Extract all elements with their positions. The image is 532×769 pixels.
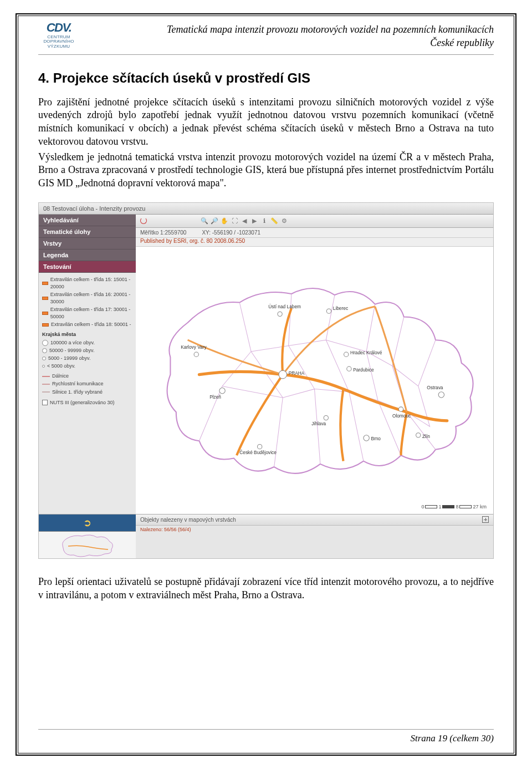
svg-text:Ostrava: Ostrava — [427, 384, 443, 390]
svg-text:Zlín: Zlín — [422, 434, 430, 439]
sidebar-item-themes[interactable]: Tematické úlohy — [39, 226, 136, 238]
zoom-out-icon[interactable]: 🔎 — [210, 216, 219, 225]
legend-road-3: Silnice 1. třídy vybrané — [52, 389, 103, 396]
next-icon[interactable]: ▶ — [250, 216, 259, 225]
map-svg: PRAHA Brno Ostrava Plzeň Karlovy Vary Ús… — [136, 247, 493, 514]
logo-caption: CENTRUM DOPRAVNÍHO VÝZKUMU — [43, 35, 74, 49]
legend-line-1: Extravilán celkem - třída 15: 15001 - 20… — [50, 276, 132, 291]
svg-point-22 — [398, 407, 403, 411]
svg-text:České Budějovice: České Budějovice — [239, 450, 277, 455]
document-title: Tematická mapa intenzit provozu motorový… — [87, 21, 494, 50]
map-scale: Měřítko 1:2559700 — [140, 230, 186, 236]
svg-point-16 — [347, 366, 351, 371]
pan-icon[interactable]: ✋ — [220, 216, 229, 225]
page-footer: Strana 19 (celkem 30) — [38, 729, 494, 744]
svg-text:Pardubice: Pardubice — [353, 367, 374, 373]
map-scalebar: 0 1 8 27 km — [421, 504, 487, 510]
reload-icon[interactable] — [139, 216, 148, 225]
map-coords: XY: -556190 / -1023071 — [202, 230, 260, 236]
legend-checkbox-nuts[interactable]: NUTS III (generalizováno 30) — [42, 399, 132, 406]
svg-point-18 — [324, 415, 328, 420]
page-header: CDV. CENTRUM DOPRAVNÍHO VÝZKUMU Tematick… — [38, 21, 494, 55]
measure-icon[interactable]: 📏 — [270, 216, 279, 225]
sidebar-item-layers[interactable]: Vrstvy — [39, 238, 136, 249]
gis-sidebar: Vyhledávání Tematické úlohy Vrstvy Legen… — [39, 215, 136, 514]
svg-text:PRAHA: PRAHA — [289, 370, 305, 375]
arrow-icon[interactable]: ➲ — [39, 515, 136, 532]
prev-icon[interactable]: ◀ — [240, 216, 249, 225]
legend-line-4: Extravilán celkem - třída 18: 50001 - — [51, 321, 131, 328]
paragraph-1: Pro zajištění jednotné projekce sčítacíc… — [38, 96, 494, 149]
legend-city-1: 100000 a více obyv. — [50, 339, 95, 347]
sidebar-item-search[interactable]: Vyhledávání — [39, 215, 136, 226]
svg-point-14 — [344, 352, 349, 357]
gis-window-title: 08 Testovací úloha - Intenzity provozu — [39, 203, 493, 215]
gis-map-canvas[interactable]: PRAHA Brno Ostrava Plzeň Karlovy Vary Ús… — [136, 247, 493, 514]
legend-city-4: < 5000 obyv. — [47, 363, 75, 370]
legend-road-2: Rychlostní komunikace — [52, 380, 104, 388]
svg-point-8 — [194, 352, 198, 357]
sidebar-item-legend[interactable]: Legenda — [39, 249, 136, 261]
gis-infobar: Měřítko 1:2559700 XY: -556190 / -1023071 — [136, 228, 493, 238]
expand-icon[interactable] — [482, 516, 489, 523]
svg-text:Liberec: Liberec — [333, 305, 348, 311]
svg-point-4 — [438, 392, 444, 398]
extent-icon[interactable]: ⛶ — [230, 216, 239, 225]
svg-text:Olomouc: Olomouc — [392, 412, 411, 418]
gis-toolbar: 🔍 🔎 ✋ ⛶ ◀ ▶ ℹ 📏 ⚙ — [136, 215, 493, 228]
legend-line-3: Extravilán celkem - třída 17: 30001 - 50… — [50, 306, 132, 320]
paragraph-2: Výsledkem je jednotná tematická vrstva i… — [38, 151, 494, 190]
legend-panel: Extravilán celkem - třída 15: 15001 - 20… — [39, 273, 136, 514]
svg-text:Ústí nad Labem: Ústí nad Labem — [268, 304, 301, 309]
section-heading: 4. Projekce sčítacích úseků v prostředí … — [38, 70, 494, 86]
page-number: Strana 19 (celkem 30) — [410, 733, 494, 743]
paragraph-3: Pro lepší orientaci uživatelů se postupn… — [38, 576, 494, 602]
gis-screenshot: 08 Testovací úloha - Intenzity provozu V… — [38, 202, 494, 559]
logo: CDV. CENTRUM DOPRAVNÍHO VÝZKUMU — [38, 21, 79, 49]
legend-road-1: Dálnice — [52, 373, 69, 380]
results-count: Nalezeno: 56/56 (56/4) — [136, 526, 493, 533]
svg-text:Brno: Brno — [371, 436, 381, 441]
tool-icon[interactable]: ⚙ — [280, 216, 289, 225]
svg-text:Karlovy Vary: Karlovy Vary — [181, 344, 207, 350]
svg-text:Hradec Králové: Hradec Králové — [350, 350, 382, 355]
svg-point-20 — [258, 444, 262, 449]
legend-city-2: 50000 - 99999 obyv. — [49, 347, 94, 354]
svg-point-24 — [416, 433, 421, 437]
overview-map[interactable] — [39, 532, 136, 558]
info-icon[interactable]: ℹ — [260, 216, 269, 225]
legend-heading-cities: Krajská města — [42, 331, 132, 338]
gis-published-line: Published by ESRI, org. č. 80 2008.06.25… — [136, 238, 493, 247]
sidebar-item-testing[interactable]: Testování — [39, 261, 136, 273]
zoom-in-icon[interactable]: 🔍 — [200, 216, 209, 225]
legend-line-2: Extravilán celkem - třída 16: 20001 - 30… — [50, 291, 132, 305]
svg-point-2 — [364, 435, 369, 441]
gis-footer: ➲ Objekty nalezeny v mapových vrstvách N… — [39, 514, 493, 558]
results-title: Objekty nalezeny v mapových vrstvách — [140, 517, 236, 523]
svg-point-6 — [219, 388, 225, 393]
svg-text:Plzeň: Plzeň — [209, 394, 221, 400]
svg-point-12 — [326, 309, 331, 313]
legend-city-3: 5000 - 19999 obyv. — [48, 355, 90, 362]
logo-mark: CDV. — [47, 21, 71, 35]
svg-text:Jihlava: Jihlava — [311, 421, 326, 426]
svg-point-0 — [279, 370, 287, 379]
svg-point-10 — [278, 312, 282, 316]
